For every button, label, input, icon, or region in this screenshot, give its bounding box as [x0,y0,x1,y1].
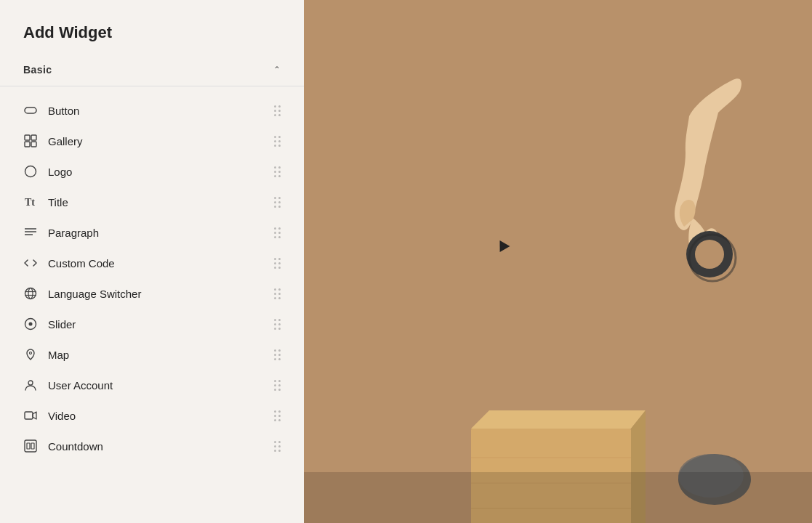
widget-item-logo[interactable]: Logo [0,156,304,187]
svg-rect-0 [25,108,36,113]
custom-code-icon [23,256,38,270]
drag-handle-logo [274,166,281,177]
user-account-icon [23,378,38,392]
widget-item-paragraph[interactable]: Paragraph [0,217,304,248]
widget-item-button[interactable]: Button [0,95,304,126]
drag-handle-custom-code [274,258,281,269]
widget-label-countdown: Countdown [48,440,103,453]
widget-label-button: Button [48,105,79,117]
widget-list: Button Gallery [0,89,304,467]
widget-label-video: Video [48,410,76,422]
drag-handle-slider [274,319,281,330]
svg-rect-21 [31,443,34,449]
main-canvas [304,0,812,523]
drag-handle-language-switcher [274,288,281,299]
widget-item-slider[interactable]: Slider [0,309,304,339]
widget-label-gallery: Gallery [48,135,83,147]
gallery-icon [23,134,38,148]
chevron-up-icon: ⌃ [273,65,281,75]
background-image [304,0,812,523]
drag-handle-title [274,197,281,208]
drag-handle-paragraph [274,227,281,238]
paragraph-icon [23,225,38,240]
map-icon [23,347,38,362]
svg-point-24 [695,240,724,269]
page-title: Add Widget [0,23,304,57]
section-divider [0,86,304,86]
svg-point-10 [25,288,36,299]
widget-item-custom-code[interactable]: Custom Code [0,248,304,278]
scene-illustration [304,0,812,523]
widget-label-paragraph: Paragraph [48,227,99,239]
svg-rect-18 [25,412,33,419]
countdown-icon [23,439,38,453]
svg-point-15 [29,323,33,326]
widget-item-user-account[interactable]: User Account [0,370,304,400]
svg-point-16 [30,352,32,354]
widget-item-video[interactable]: Video [0,400,304,431]
drag-handle-user-account [274,380,281,391]
drag-handle-gallery [274,136,281,147]
svg-point-5 [25,166,36,177]
sidebar: Add Widget Basic ⌃ Button [0,0,304,523]
video-icon [23,408,38,423]
slider-icon [23,317,38,331]
widget-label-user-account: User Account [48,379,113,392]
section-label: Basic [23,64,52,76]
drag-handle-map [274,349,281,360]
title-icon: Tt [23,195,38,209]
widget-label-slider: Slider [48,318,76,331]
logo-icon [23,164,38,179]
drag-handle-video [274,410,281,421]
svg-rect-4 [31,142,36,147]
widget-item-language-switcher[interactable]: Language Switcher [0,278,304,309]
svg-rect-34 [304,472,812,523]
widget-item-map[interactable]: Map [0,339,304,370]
svg-point-11 [28,288,33,299]
widget-item-title[interactable]: Tt Title [0,187,304,217]
widget-label-logo: Logo [48,166,72,178]
basic-section-header[interactable]: Basic ⌃ [0,57,304,83]
button-icon [23,103,38,118]
svg-rect-3 [25,142,30,147]
widget-label-title: Title [48,196,68,208]
widget-label-map: Map [48,349,69,361]
svg-text:Tt: Tt [25,197,35,208]
widget-label-custom-code: Custom Code [48,257,115,269]
svg-rect-20 [27,443,30,449]
widget-item-countdown[interactable]: Countdown [0,431,304,461]
language-switcher-icon [23,286,38,301]
svg-rect-1 [25,135,30,140]
svg-rect-2 [31,135,36,140]
drag-handle-countdown [274,441,281,452]
widget-label-language-switcher: Language Switcher [48,288,141,300]
widget-item-gallery[interactable]: Gallery [0,126,304,156]
svg-point-17 [28,381,33,385]
drag-handle-button [274,105,281,116]
